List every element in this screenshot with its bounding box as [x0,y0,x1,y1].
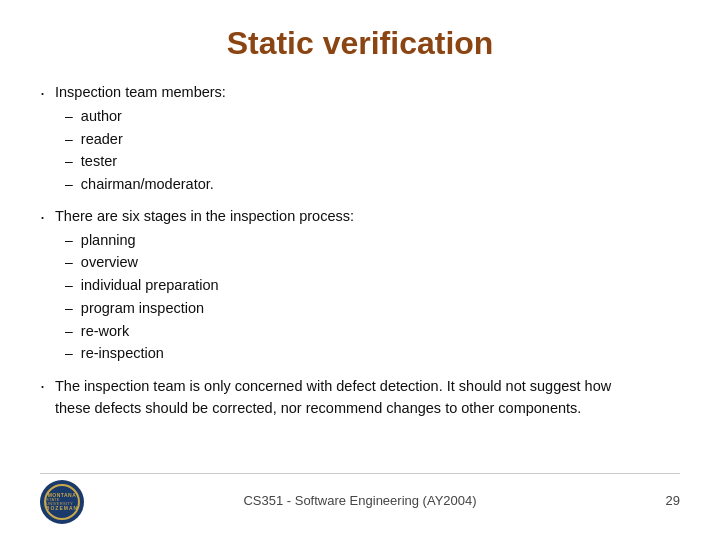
list-item: – overview [65,252,354,274]
list-item: – program inspection [65,298,354,320]
bullet-dot-2: · [40,207,45,228]
bullet-2-content: There are six stages in the inspection p… [55,206,354,365]
sub-item-label: re-inspection [81,343,164,365]
dash-icon: – [65,252,73,273]
slide-footer: MONTANA STATE UNIVERSITY BOZEMAN CS351 -… [40,473,680,520]
list-item: – individual preparation [65,275,354,297]
bullet-1: · Inspection team members: – author – re… [40,82,680,196]
dash-icon: – [65,151,73,172]
bullet-3-content: The inspection team is only concerned wi… [55,375,645,420]
sub-item-label: planning [81,230,136,252]
bullet-2-main: There are six stages in the inspection p… [55,206,354,228]
list-item: – reader [65,129,226,151]
list-item: – author [65,106,226,128]
sub-item-label: tester [81,151,117,173]
sub-item-label: reader [81,129,123,151]
sub-item-label: re-work [81,321,129,343]
sub-item-label: overview [81,252,138,274]
logo-inner: MONTANA STATE UNIVERSITY BOZEMAN [44,484,80,520]
list-item: – re-inspection [65,343,354,365]
dash-icon: – [65,106,73,127]
list-item: – tester [65,151,226,173]
dash-icon: – [65,129,73,150]
dash-icon: – [65,321,73,342]
logo-text-bot: BOZEMAN [46,506,78,511]
list-item: – re-work [65,321,354,343]
bullet-2: · There are six stages in the inspection… [40,206,680,365]
footer-page-number: 29 [620,493,680,508]
bullet-dot-1: · [40,83,45,104]
sub-item-label: individual preparation [81,275,219,297]
slide: Static verification · Inspection team me… [0,0,720,540]
slide-content: · Inspection team members: – author – re… [40,82,680,469]
logo-circle: MONTANA STATE UNIVERSITY BOZEMAN [40,480,84,524]
bullet-2-subitems: – planning – overview – individual prepa… [65,230,354,366]
sub-item-label: program inspection [81,298,204,320]
dash-icon: – [65,275,73,296]
bullet-3: · The inspection team is only concerned … [40,375,680,420]
sub-item-label: chairman/moderator. [81,174,214,196]
bullet-1-content: Inspection team members: – author – read… [55,82,226,196]
list-item: – planning [65,230,354,252]
dash-icon: – [65,230,73,251]
bullet-1-main: Inspection team members: [55,82,226,104]
bullet-3-main: The inspection team is only concerned wi… [55,375,645,420]
dash-icon: – [65,343,73,364]
dash-icon: – [65,174,73,195]
footer-course: CS351 - Software Engineering (AY2004) [100,493,620,508]
sub-item-label: author [81,106,122,128]
list-item: – chairman/moderator. [65,174,226,196]
slide-title: Static verification [40,25,680,62]
bullet-dot-3: · [40,376,45,397]
dash-icon: – [65,298,73,319]
university-logo: MONTANA STATE UNIVERSITY BOZEMAN [40,480,100,520]
bullet-1-subitems: – author – reader – tester – chairman/mo… [65,106,226,196]
